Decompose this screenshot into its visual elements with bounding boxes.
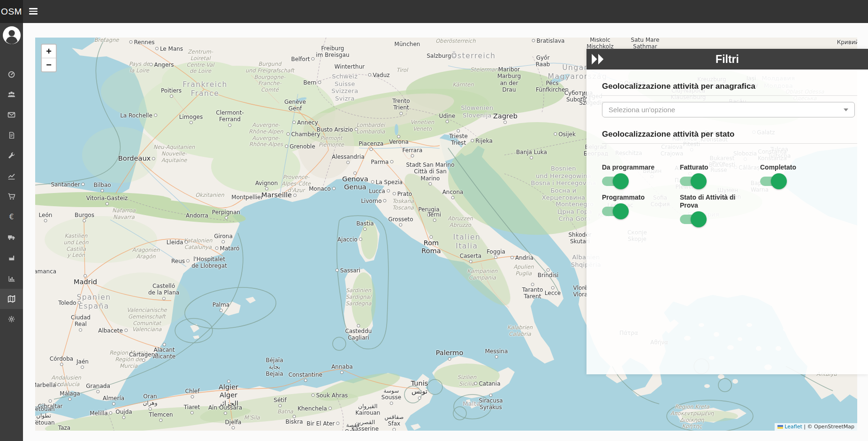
city-marker-icon bbox=[397, 135, 400, 138]
map-label: Andria bbox=[509, 255, 533, 261]
map-label: Aïn Oussara bbox=[208, 404, 242, 415]
city-marker-icon bbox=[223, 412, 227, 415]
sidebar-item-map[interactable] bbox=[0, 289, 23, 309]
city-marker-icon bbox=[551, 286, 555, 289]
filters-panel-body: Geolocalizzazione attività per anagrafic… bbox=[586, 70, 868, 224]
map-label: القيروانKairouan bbox=[356, 403, 381, 417]
app-logo[interactable]: OSM bbox=[0, 0, 23, 23]
map-label: Region KretaΑποκεντρωμένηΔιοίκησηΚρήτης bbox=[670, 404, 714, 430]
toggle-programmato[interactable] bbox=[602, 207, 628, 216]
sidebar-item-settings[interactable] bbox=[0, 309, 23, 330]
attribution-copyright[interactable]: | © OpenStreetMap bbox=[804, 424, 854, 430]
user-avatar-icon[interactable] bbox=[2, 26, 21, 45]
city-marker-icon bbox=[400, 112, 403, 115]
filters-panel: Filtri Geolocalizzazione attività per an… bbox=[586, 49, 868, 374]
map-label: Lleida bbox=[167, 239, 190, 246]
city-marker-icon bbox=[489, 394, 492, 397]
sidebar-item-dashboard[interactable] bbox=[0, 64, 23, 85]
city-marker-icon bbox=[429, 182, 432, 186]
city-marker-icon bbox=[232, 426, 235, 430]
city-marker-icon bbox=[383, 199, 387, 202]
city-marker-icon bbox=[495, 356, 498, 359]
city-marker-icon bbox=[411, 155, 414, 158]
map-label: MiskolcMischkolz bbox=[586, 38, 614, 50]
map-label: Montpellier bbox=[231, 194, 263, 201]
city-marker-icon bbox=[81, 366, 84, 369]
toggle-completato[interactable] bbox=[760, 177, 786, 186]
city-marker-icon bbox=[220, 309, 223, 312]
map-label: Sétif bbox=[274, 397, 286, 408]
city-marker-icon bbox=[547, 268, 550, 271]
leaflet-link[interactable]: Leaflet bbox=[784, 424, 802, 430]
toggle-stato-attivita-prova[interactable] bbox=[680, 215, 706, 224]
city-marker-icon bbox=[83, 219, 86, 223]
city-marker-icon bbox=[354, 171, 357, 175]
sidebar-item-cart[interactable] bbox=[0, 186, 23, 207]
city-marker-icon bbox=[357, 324, 360, 327]
map-label: Alessandria bbox=[332, 154, 365, 164]
city-marker-icon bbox=[286, 132, 289, 136]
zoom-in-button[interactable]: + bbox=[42, 45, 56, 58]
map-label: Almería bbox=[103, 395, 124, 406]
map-label: Annecy bbox=[291, 119, 318, 126]
city-marker-icon bbox=[109, 411, 113, 415]
map-label: M'Sila bbox=[244, 415, 260, 421]
city-marker-icon bbox=[265, 187, 268, 191]
city-marker-icon bbox=[393, 192, 396, 195]
city-marker-icon bbox=[122, 416, 125, 419]
map-label: Annaba bbox=[331, 364, 353, 374]
toggle-fatturato[interactable] bbox=[680, 177, 706, 186]
double-chevron-right-icon[interactable] bbox=[591, 53, 605, 66]
city-marker-icon bbox=[154, 114, 157, 117]
sidebar-item-reports[interactable] bbox=[0, 268, 23, 289]
map-label: Madrid bbox=[74, 274, 97, 286]
sidebar-item-billing[interactable]: € bbox=[0, 207, 23, 228]
map-label: Tunisتونس bbox=[411, 379, 428, 400]
map-label: Lecce bbox=[545, 286, 561, 296]
city-marker-icon bbox=[554, 132, 557, 136]
map-label: Kastilienund LeónCastillay León bbox=[63, 233, 88, 259]
city-marker-icon bbox=[190, 121, 193, 124]
sidebar-nav: € bbox=[0, 64, 23, 330]
sidebar-item-production[interactable] bbox=[0, 248, 23, 269]
map-label: München bbox=[395, 41, 420, 47]
map-label: Vaduz bbox=[366, 72, 389, 78]
city-marker-icon bbox=[215, 247, 219, 250]
city-marker-icon bbox=[84, 274, 87, 278]
sidebar-item-tools[interactable] bbox=[0, 146, 23, 166]
map-label: Freiburgim Breisgau bbox=[316, 45, 349, 59]
city-marker-icon bbox=[82, 183, 85, 186]
city-marker-icon bbox=[69, 398, 72, 401]
city-marker-icon bbox=[312, 394, 315, 397]
sidebar-item-document[interactable] bbox=[0, 125, 23, 146]
map-label: Österreich bbox=[451, 52, 495, 61]
map-label: Reus bbox=[171, 258, 191, 264]
stato-heading: Geolocalizzazione attività per stato bbox=[602, 130, 857, 139]
sidebar-item-analytics[interactable] bbox=[0, 166, 23, 187]
map-label: Zentrum-LoiretalCentre-Valde Loire bbox=[186, 49, 214, 75]
map-label: Angers bbox=[148, 62, 174, 68]
city-marker-icon bbox=[371, 180, 374, 184]
anagrafica-select[interactable]: Seleziona un'opzione bbox=[602, 102, 855, 117]
city-marker-icon bbox=[312, 57, 315, 61]
toggle-da-programmare[interactable] bbox=[602, 177, 628, 186]
map-label: SchweizSuisseSvizzeraSvizra bbox=[332, 73, 358, 102]
map-label: Prato bbox=[391, 191, 412, 197]
map-label: Avignon bbox=[255, 180, 278, 191]
city-marker-icon bbox=[278, 404, 282, 408]
map-label: Foggia bbox=[487, 248, 505, 259]
sidebar-item-users[interactable] bbox=[0, 85, 23, 105]
city-marker-icon bbox=[328, 407, 332, 410]
hamburger-icon[interactable] bbox=[29, 8, 38, 15]
map-label: Auvergne-Rhône-AlpenAuvergne-Rhône-Alpes bbox=[249, 122, 283, 148]
city-marker-icon bbox=[335, 269, 339, 272]
map-label: Albacete bbox=[98, 327, 129, 334]
city-marker-icon bbox=[148, 407, 152, 410]
map-label: Caserta bbox=[460, 253, 481, 263]
sidebar-item-mail[interactable] bbox=[0, 105, 23, 125]
map-label: Rijeka bbox=[469, 138, 492, 144]
toggle-label: Completato bbox=[760, 163, 857, 171]
map-label: Bastia bbox=[356, 220, 373, 231]
sidebar-item-logistics[interactable] bbox=[0, 227, 23, 248]
zoom-out-button[interactable]: − bbox=[42, 58, 56, 71]
